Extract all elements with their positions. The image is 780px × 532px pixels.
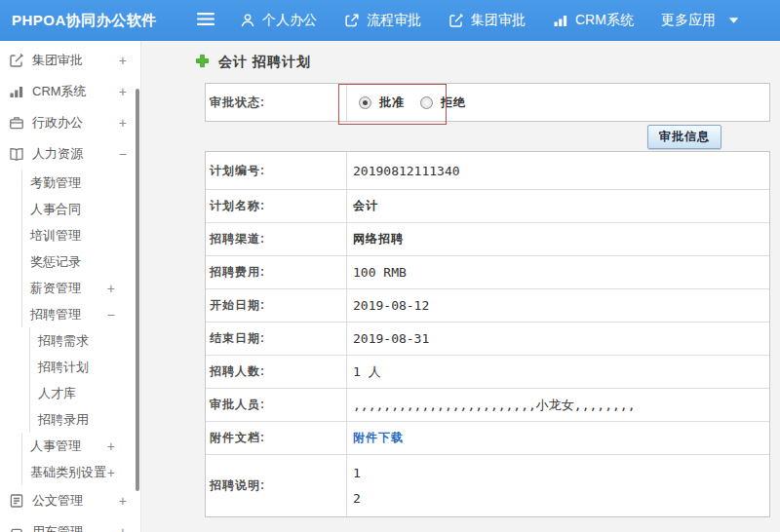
nav-item-4[interactable]: CRM系统 bbox=[553, 12, 634, 29]
sidebar-item-label: 人事合同 bbox=[30, 201, 81, 218]
nav-item-1[interactable]: 个人办公 bbox=[240, 12, 317, 29]
expand-icon[interactable]: + bbox=[107, 439, 115, 453]
sidebar-item-label: 人事管理 bbox=[30, 437, 81, 455]
nav-item-label: 集团审批 bbox=[471, 12, 526, 29]
sidebar-item-label: 招聘录用 bbox=[38, 411, 89, 429]
sidebar-item-18[interactable]: 用车管理+ bbox=[0, 516, 140, 532]
sidebar-item-17[interactable]: 公文管理+ bbox=[0, 485, 140, 516]
status-radio-group: 批准 拒绝 bbox=[359, 95, 466, 111]
sidebar-item-label: 基础类别设置 bbox=[30, 464, 106, 481]
radio-approve[interactable] bbox=[359, 96, 371, 109]
sidebar-item-12[interactable]: 招聘计划 bbox=[29, 354, 140, 380]
nav-item-5[interactable]: 更多应用 bbox=[661, 12, 739, 29]
sidebar-item-3[interactable]: 行政办公+ bbox=[0, 107, 140, 138]
row-label: 招聘费用: bbox=[206, 256, 347, 288]
row-value: 2019-08-31 bbox=[353, 331, 429, 346]
row-label: 计划名称: bbox=[206, 190, 347, 222]
approve-option[interactable]: 批准 bbox=[359, 95, 405, 111]
sidebar-scrollbar-thumb[interactable] bbox=[136, 89, 139, 491]
row-value: 20190812111340 bbox=[353, 164, 460, 178]
table-row: 招聘说明:12 bbox=[206, 454, 769, 516]
caret-down-icon bbox=[728, 17, 739, 24]
sidebar-item-5[interactable]: 考勤管理 bbox=[21, 170, 140, 196]
expand-icon[interactable]: + bbox=[119, 525, 127, 532]
app-logo: PHPOA协同办公软件 bbox=[12, 12, 197, 30]
table-row: 招聘渠道:网络招聘 bbox=[206, 222, 769, 255]
sidebar-item-8[interactable]: 奖惩记录 bbox=[21, 248, 140, 275]
row-label: 招聘说明: bbox=[206, 455, 347, 516]
table-row: 开始日期:2019-08-12 bbox=[206, 288, 769, 322]
sidebar-item-label: CRM系统 bbox=[32, 83, 87, 100]
sidebar-item-13[interactable]: 人才库 bbox=[29, 380, 140, 406]
row-label: 审批人员: bbox=[206, 389, 347, 421]
approval-info-button[interactable]: 审批信息 bbox=[647, 125, 722, 149]
sidebar-item-10[interactable]: 招聘管理− bbox=[21, 301, 140, 327]
sidebar-item-label: 集团审批 bbox=[32, 52, 83, 69]
sidebar-item-7[interactable]: 培训管理 bbox=[21, 222, 140, 248]
doc-icon bbox=[9, 493, 24, 509]
menu-toggle[interactable] bbox=[197, 12, 214, 30]
radio-reject[interactable] bbox=[420, 96, 433, 109]
sidebar-item-6[interactable]: 人事合同 bbox=[21, 196, 140, 222]
sidebar-item-label: 行政办公 bbox=[32, 114, 83, 132]
sidebar-item-label: 人才库 bbox=[38, 385, 76, 402]
row-value-line: 1 bbox=[353, 466, 361, 480]
expand-icon[interactable]: + bbox=[119, 116, 127, 130]
top-navbar: PHPOA协同办公软件 个人办公流程审批集团审批CRM系统更多应用 bbox=[0, 0, 780, 41]
table-row: 计划编号:20190812111340 bbox=[206, 152, 769, 189]
sidebar-item-label: 招聘管理 bbox=[30, 306, 81, 323]
sidebar-item-1[interactable]: 集团审批+ bbox=[0, 45, 140, 76]
chart-icon bbox=[9, 84, 24, 99]
collapse-icon[interactable]: − bbox=[107, 308, 115, 322]
sidebar-item-15[interactable]: 人事管理+ bbox=[21, 433, 140, 459]
row-value-line: 2 bbox=[353, 491, 361, 506]
sidebar-item-label: 人力资源 bbox=[32, 145, 83, 163]
expand-icon[interactable]: + bbox=[119, 54, 127, 67]
collapse-icon[interactable]: − bbox=[119, 147, 127, 161]
edit-icon bbox=[9, 53, 24, 68]
chart-icon bbox=[553, 13, 568, 28]
nav-item-label: 个人办公 bbox=[262, 12, 317, 29]
row-value: ,,,,,,,,,,,,,,,,,,,,,,,,小龙女,,,,,,,, bbox=[353, 397, 635, 414]
hamburger-icon bbox=[197, 12, 214, 30]
nav-item-label: CRM系统 bbox=[575, 12, 634, 29]
reject-label: 拒绝 bbox=[441, 95, 466, 111]
table-row: 附件文档:附件下载 bbox=[206, 421, 769, 454]
sidebar-item-label: 公文管理 bbox=[32, 492, 83, 510]
flow-icon bbox=[344, 13, 360, 28]
user-icon bbox=[240, 13, 255, 28]
sidebar-item-label: 招聘计划 bbox=[38, 359, 89, 376]
sidebar-item-label: 培训管理 bbox=[30, 227, 81, 245]
sidebar-item-9[interactable]: 薪资管理+ bbox=[21, 275, 140, 301]
expand-icon[interactable]: + bbox=[119, 85, 127, 98]
sidebar-item-label: 奖惩记录 bbox=[30, 253, 81, 271]
row-label: 计划编号: bbox=[206, 152, 347, 189]
sidebar-item-label: 薪资管理 bbox=[30, 280, 81, 297]
sidebar-item-11[interactable]: 招聘需求 bbox=[29, 327, 140, 354]
sidebar-item-label: 用车管理 bbox=[32, 523, 83, 532]
row-label: 结束日期: bbox=[206, 323, 347, 355]
nav-item-2[interactable]: 流程审批 bbox=[344, 12, 421, 29]
reject-option[interactable]: 拒绝 bbox=[420, 95, 466, 111]
add-icon bbox=[195, 54, 210, 72]
sidebar-item-label: 考勤管理 bbox=[30, 174, 81, 192]
main-nav: 个人办公流程审批集团审批CRM系统更多应用 bbox=[240, 12, 739, 29]
table-row: 计划名称:会计 bbox=[206, 189, 769, 222]
sidebar-item-2[interactable]: CRM系统+ bbox=[0, 76, 140, 107]
car-icon bbox=[9, 524, 24, 532]
row-label: 附件文档: bbox=[206, 422, 347, 454]
row-label: 开始日期: bbox=[206, 289, 347, 322]
expand-icon[interactable]: + bbox=[107, 282, 115, 295]
approve-label: 批准 bbox=[379, 95, 405, 111]
main-content: 会计 招聘计划 审批状态: 批准 拒绝 审批信息 计划编号:2019 bbox=[141, 41, 780, 532]
sidebar-item-4[interactable]: 人力资源− bbox=[0, 138, 140, 170]
sidebar-item-14[interactable]: 招聘录用 bbox=[29, 406, 140, 433]
sidebar-item-16[interactable]: 基础类别设置+ bbox=[21, 459, 140, 485]
nav-item-3[interactable]: 集团审批 bbox=[448, 12, 526, 29]
row-value-multiline: 12 bbox=[347, 455, 769, 516]
status-table: 审批状态: 批准 拒绝 bbox=[205, 83, 770, 122]
expand-icon[interactable]: + bbox=[107, 466, 115, 479]
row-value: 100 RMB bbox=[353, 265, 407, 280]
attachment-download-link[interactable]: 附件下载 bbox=[353, 430, 404, 446]
expand-icon[interactable]: + bbox=[119, 494, 127, 508]
